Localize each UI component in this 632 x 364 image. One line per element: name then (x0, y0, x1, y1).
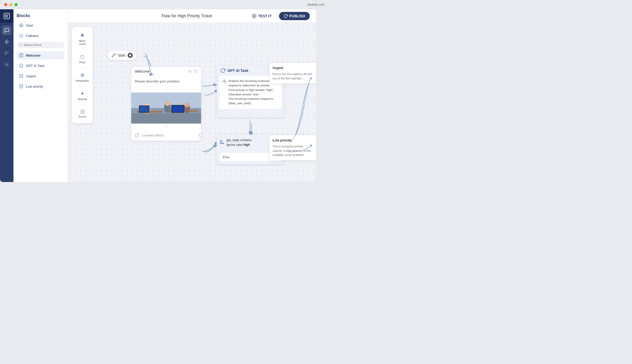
condition-icon (220, 140, 224, 145)
panel-special[interactable]: ✦ Special (74, 89, 91, 103)
traffic-light-green[interactable] (14, 3, 18, 6)
traffic-light-yellow[interactable] (9, 3, 12, 6)
header-actions: TEST IT PUBLISH (248, 12, 310, 20)
rocket-icon (112, 53, 116, 57)
block-panel: ★ Most Used ⬡ Flow ⚙ Integration (72, 27, 93, 123)
urgent-card[interactable]: Urgent Due to the inco urgency we are yo… (269, 63, 316, 84)
sidebar-filter-icon[interactable] (2, 49, 11, 58)
search-block-wrap[interactable] (17, 42, 64, 48)
gpt-title-row: GPT AI Task (220, 68, 248, 73)
traffic-light-red[interactable] (4, 3, 7, 6)
canvas[interactable]: ★ Most Used ⬡ Flow ⚙ Integration (68, 23, 316, 182)
svg-point-5 (6, 64, 8, 65)
panel-integration-label: Integration (76, 79, 89, 82)
condition-ignore-label: ignore case high (226, 143, 250, 147)
condition-contains-label: gpt_reply contains (226, 138, 252, 142)
fallback-label: Fallback (26, 34, 38, 38)
office-image (131, 93, 201, 124)
app-logo[interactable] (0, 9, 13, 23)
sidebar-item-start[interactable]: Start (17, 21, 64, 29)
sidebar-item-fallback[interactable]: Fallback (17, 32, 64, 40)
flow-icon: ⬡ (80, 54, 84, 60)
main-area: Flow for High Priority Ticket TEST IT PU… (68, 9, 316, 182)
star-icon: ★ (80, 32, 85, 38)
sidebar-item-welcome[interactable]: Welcome (17, 51, 64, 59)
gpt-block-title: GPT AI Task (227, 69, 248, 73)
condition-text: gpt_reply contains ignore case high (226, 138, 252, 147)
panel-divider-4 (77, 105, 87, 105)
sidebar-chat-icon[interactable] (2, 26, 11, 35)
sidebar-item-low-priority[interactable]: Low priority (17, 82, 64, 90)
test-it-button[interactable]: TEST IT (248, 12, 276, 20)
main-header: Flow for High Priority Ticket TEST IT PU… (68, 9, 316, 23)
else-label: Else (223, 155, 229, 159)
event-icon: ⬜ (80, 109, 85, 114)
welcome-block-title: Welcome (135, 69, 150, 73)
panel-integration[interactable]: ⚙ Integration (74, 70, 91, 84)
panel-most-used[interactable]: ★ Most Used (74, 30, 91, 48)
low-priority-card[interactable]: Low priority This is recognize priority … (269, 135, 316, 160)
sidebar-item-gpt[interactable]: GPT AI Task (17, 62, 64, 70)
urgent-icon (19, 73, 24, 79)
sidebar-lightning-icon[interactable] (2, 37, 11, 47)
panel-special-label: Special (78, 97, 87, 101)
start-icon (19, 23, 24, 28)
sidebar-gear-icon[interactable] (2, 60, 11, 69)
panel-divider-3 (77, 86, 87, 87)
panel-event-label: Event (79, 115, 86, 118)
welcome-arrow-2: ▽ (131, 124, 201, 130)
welcome-label: Welcome (26, 54, 41, 57)
welcome-block-header: Welcome (131, 67, 201, 76)
panel-flow[interactable]: ⬡ Flow (74, 52, 91, 66)
svg-rect-29 (139, 106, 149, 112)
svg-point-37 (223, 143, 224, 144)
publish-button[interactable]: PUBLISH (279, 12, 310, 20)
svg-marker-16 (254, 15, 255, 17)
welcome-arrow-1: ▽ (131, 87, 201, 93)
svg-line-9 (21, 46, 21, 46)
start-dot-inner (129, 54, 131, 56)
title-bar: tiledesk.com (0, 0, 316, 9)
start-badge: Start (108, 51, 136, 60)
icon-sidebar (0, 9, 13, 182)
connect-icon (135, 133, 139, 138)
search-icon (19, 43, 22, 47)
low-priority-card-text: This is recognize priority request. a li… (273, 144, 313, 157)
balance-icon (188, 70, 192, 73)
gpt-refresh-icon (220, 68, 225, 73)
welcome-block[interactable]: Welcome Please describe your problem. ▽ (131, 67, 201, 141)
connect-dot (199, 133, 201, 137)
url-bar: tiledesk.com (307, 3, 316, 6)
connect-label: Connect block (142, 133, 163, 137)
block-sidebar: Blocks Start Fallback (13, 9, 68, 182)
welcome-icon (19, 53, 24, 58)
welcome-block-text: Please describe your problem. (131, 76, 201, 87)
flow-title: Flow for High Priority Ticket (161, 14, 212, 18)
play-circle-icon (252, 14, 256, 18)
svg-point-35 (224, 81, 225, 82)
svg-rect-19 (131, 113, 201, 124)
svg-point-25 (165, 101, 170, 106)
fallback-icon (19, 33, 24, 38)
panel-most-used-label: Most Used (76, 39, 89, 46)
start-label: Start (26, 24, 33, 27)
search-input[interactable] (24, 43, 62, 47)
svg-marker-1 (5, 40, 9, 44)
urgent-card-text: Due to the inco urgency we are you to th… (273, 72, 313, 80)
gpt-body-text: Analyse the incoming customer request to… (222, 79, 278, 106)
sidebar-title: Blocks (17, 13, 64, 18)
special-icon: ✦ (80, 91, 84, 96)
start-node[interactable]: Start (108, 51, 136, 60)
doc-icon (194, 70, 197, 73)
connect-block[interactable]: Connect block (131, 130, 201, 141)
low-priority-label: Low priority (26, 85, 43, 88)
svg-point-8 (19, 44, 21, 46)
svg-point-38 (220, 143, 222, 144)
sidebar-item-urgent[interactable]: Urgent (17, 72, 64, 80)
gpt-logo-icon (222, 79, 226, 84)
gpt-arrow: ▽ (217, 111, 284, 117)
svg-point-34 (223, 80, 226, 83)
low-priority-icon (19, 84, 24, 89)
svg-point-36 (220, 140, 222, 142)
panel-event[interactable]: ⬜ Event (74, 107, 91, 120)
